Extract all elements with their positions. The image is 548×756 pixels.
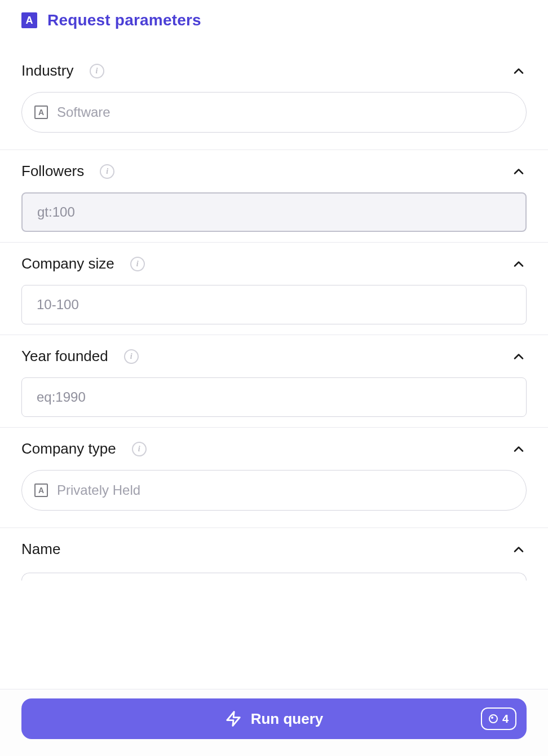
- text-type-icon: A: [34, 106, 48, 119]
- header-title: Request parameters: [47, 11, 201, 29]
- credit-count: 4: [502, 713, 509, 726]
- field-header-name[interactable]: Name: [21, 540, 527, 558]
- run-query-label: Run query: [251, 710, 324, 728]
- field-section-company-size: Company size i 10-100: [0, 243, 548, 335]
- field-label: Name: [21, 540, 60, 558]
- svg-marker-0: [227, 712, 240, 726]
- field-header-industry[interactable]: Industry i: [21, 62, 527, 80]
- industry-input[interactable]: A Software: [21, 92, 527, 133]
- info-icon[interactable]: i: [100, 164, 114, 179]
- input-placeholder: eq:1990: [37, 389, 86, 405]
- info-icon[interactable]: i: [90, 64, 104, 78]
- field-label: Followers: [21, 162, 84, 180]
- input-placeholder: gt:100: [37, 204, 75, 220]
- info-icon[interactable]: i: [132, 442, 147, 456]
- text-type-icon: A: [34, 484, 48, 497]
- company-type-input[interactable]: A Privately Held: [21, 470, 527, 511]
- input-placeholder: 10-100: [37, 297, 79, 313]
- bolt-icon: [225, 710, 242, 727]
- header: A Request parameters: [0, 0, 548, 42]
- info-icon[interactable]: i: [124, 349, 139, 364]
- credit-icon: [489, 714, 498, 723]
- company-size-input[interactable]: 10-100: [21, 285, 527, 324]
- field-label: Company type: [21, 440, 116, 458]
- field-label: Industry: [21, 62, 74, 80]
- chevron-up-icon[interactable]: [511, 542, 527, 557]
- field-section-name: Name: [0, 528, 548, 586]
- field-header-company-type[interactable]: Company type i: [21, 440, 527, 458]
- chevron-up-icon[interactable]: [511, 63, 527, 79]
- bottom-bar: Run query 4: [0, 689, 548, 756]
- credit-chip: 4: [481, 707, 516, 730]
- field-section-company-type: Company type i A Privately Held: [0, 428, 548, 528]
- chevron-up-icon[interactable]: [511, 441, 527, 457]
- info-icon[interactable]: i: [130, 257, 145, 271]
- name-input[interactable]: [21, 573, 527, 581]
- chevron-up-icon[interactable]: [511, 256, 527, 272]
- followers-input[interactable]: gt:100: [21, 192, 527, 232]
- field-section-followers: Followers i gt:100: [0, 150, 548, 243]
- chevron-up-icon[interactable]: [511, 349, 527, 364]
- run-query-button[interactable]: Run query 4: [21, 698, 527, 739]
- field-section-industry: Industry i A Software: [0, 42, 548, 150]
- input-placeholder: Privately Held: [57, 482, 140, 498]
- input-placeholder: Software: [57, 104, 111, 120]
- field-label: Company size: [21, 255, 114, 272]
- field-header-year-founded[interactable]: Year founded i: [21, 348, 527, 365]
- year-founded-input[interactable]: eq:1990: [21, 377, 527, 417]
- field-header-company-size[interactable]: Company size i: [21, 255, 527, 272]
- field-section-year-founded: Year founded i eq:1990: [0, 335, 548, 428]
- field-header-followers[interactable]: Followers i: [21, 162, 527, 180]
- field-label: Year founded: [21, 348, 108, 365]
- a-badge-icon: A: [21, 12, 37, 28]
- chevron-up-icon[interactable]: [511, 164, 527, 179]
